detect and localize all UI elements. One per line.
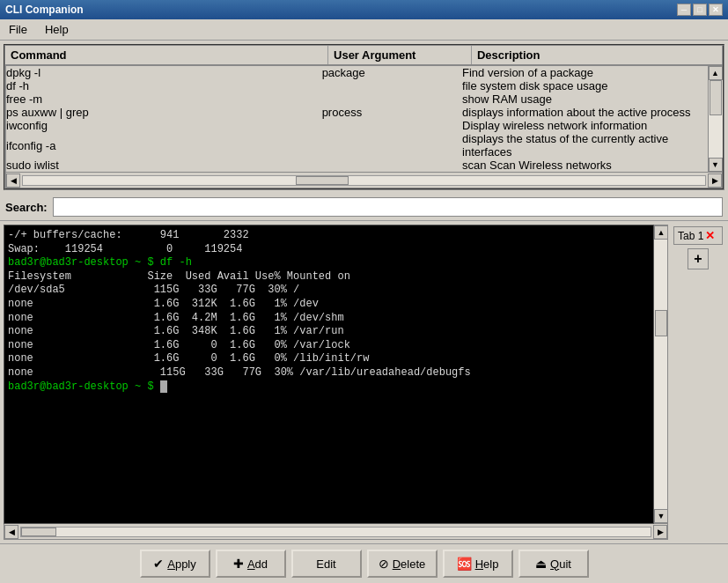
terminal-line: none 115G 33G 77G 30% /var/lib/ureadahea…	[8, 366, 650, 380]
term-vscroll: ▲ ▼	[654, 225, 668, 524]
terminal-line: none 1.6G 348K 1.6G 1% /var/run	[8, 325, 650, 339]
terminal-line: none 1.6G 4.2M 1.6G 1% /dev/shm	[8, 312, 650, 326]
window-title: CLI Companion	[5, 4, 84, 16]
term-vscroll-track[interactable]	[654, 240, 667, 509]
term-hscroll-left[interactable]: ◀	[4, 525, 18, 539]
table-cell-command: ps auxww | grep	[6, 106, 322, 119]
term-hscroll-right[interactable]: ▶	[653, 525, 667, 539]
table-cell-command: iwconfig	[6, 119, 322, 132]
col-header-argument: User Argument	[328, 46, 472, 65]
table-cell-description: show RAM usage	[462, 92, 708, 106]
col-header-command: Command	[5, 46, 328, 65]
delete-button[interactable]: ⊘ Delete	[367, 550, 438, 578]
menu-file[interactable]: File	[4, 21, 33, 38]
main-container: Command User Argument Description dpk	[0, 41, 728, 583]
terminal-line: /dev/sda5 115G 33G 77G 30% /	[8, 284, 650, 298]
terminal-line: none 1.6G 0 1.6G 0% /lib/init/rw	[8, 352, 650, 366]
hscroll-left[interactable]: ◀	[6, 173, 20, 188]
bottom-toolbar: ✔ Apply ✚ Add Edit ⊘ Delete 🆘 Help ⏏ Qui…	[0, 543, 728, 583]
table-cell-description: Find version of a package	[462, 66, 708, 79]
table-cell-command: df -h	[6, 79, 322, 92]
vscroll-up[interactable]: ▲	[709, 66, 723, 80]
quit-button[interactable]: ⏏ Quit	[518, 550, 589, 578]
hscroll-track[interactable]	[22, 175, 706, 186]
table-inner: dpkg -lpackageFind version of a packaged…	[6, 66, 708, 172]
table-section: Command User Argument Description dpk	[4, 44, 724, 190]
hscroll-thumb[interactable]	[296, 176, 349, 185]
hscroll-area: ◀ ▶	[5, 173, 723, 188]
tab1[interactable]: Tab 1 ✕	[673, 226, 723, 245]
menubar: File Help	[0, 19, 728, 41]
table-cell-description: Display wireless network information	[462, 119, 708, 132]
table-cell-argument	[322, 79, 462, 92]
maximize-button[interactable]: □	[693, 4, 707, 16]
add-label: Add	[247, 557, 268, 571]
close-button[interactable]: ✕	[709, 4, 723, 16]
delete-label: Delete	[393, 557, 426, 571]
search-label: Search:	[5, 201, 48, 214]
menu-help[interactable]: Help	[40, 21, 74, 38]
terminal-line: bad3r@bad3r-desktop ~ $ df -h	[8, 256, 650, 270]
table-body: dpkg -lpackageFind version of a packaged…	[6, 66, 708, 172]
table-cell-argument	[322, 92, 462, 106]
add-icon: ✚	[233, 557, 244, 571]
vscroll-thumb[interactable]	[710, 80, 722, 115]
terminal[interactable]: -/+ buffers/cache: 941 2332Swap: 119254 …	[4, 225, 654, 524]
term-vscroll-thumb[interactable]	[655, 310, 667, 336]
table-scroll-container: dpkg -lpackageFind version of a packaged…	[5, 66, 723, 173]
table-cell-command: ifconfig -a	[6, 132, 322, 159]
table-row[interactable]: free -mshow RAM usage	[6, 92, 708, 106]
table-cell-argument	[322, 119, 462, 132]
table-cell-description: displays the status of the currently act…	[462, 132, 708, 159]
terminal-cursor	[160, 380, 167, 393]
terminal-wrapper: -/+ buffers/cache: 941 2332Swap: 119254 …	[4, 225, 668, 540]
delete-icon: ⊘	[379, 557, 389, 571]
terminal-line: Swap: 119254 0 119254	[8, 243, 650, 257]
table-row[interactable]: iwconfigDisplay wireless network informa…	[6, 119, 708, 132]
table-cell-command: sudo iwlist	[6, 159, 322, 172]
help-label: Help	[475, 557, 499, 571]
edit-button[interactable]: Edit	[291, 550, 362, 578]
term-vscroll-up[interactable]: ▲	[654, 225, 668, 240]
table-header-row: Command User Argument Description	[5, 46, 723, 65]
term-hscroll-track[interactable]	[20, 527, 651, 537]
table-row[interactable]: ifconfig -adisplays the status of the cu…	[6, 132, 708, 159]
table-cell-command: dpkg -l	[6, 66, 322, 79]
quit-icon: ⏏	[535, 557, 547, 571]
apply-label: Apply	[167, 557, 196, 571]
table-cell-argument: package	[322, 66, 462, 79]
command-table-body: dpkg -lpackageFind version of a packaged…	[6, 66, 708, 172]
add-button[interactable]: ✚ Add	[216, 550, 286, 578]
terminal-container: -/+ buffers/cache: 941 2332Swap: 119254 …	[0, 221, 728, 543]
minimize-button[interactable]: ─	[677, 4, 691, 16]
window-controls: ─ □ ✕	[677, 4, 723, 16]
search-input[interactable]	[53, 197, 723, 217]
col-header-description: Description	[471, 46, 722, 65]
terminal-line: Filesystem Size Used Avail Use% Mounted …	[8, 270, 650, 284]
apply-button[interactable]: ✔ Apply	[140, 550, 210, 578]
table-row[interactable]: dpkg -lpackageFind version of a package	[6, 66, 708, 79]
table-cell-description: scan Scan Wireless networks	[462, 159, 708, 172]
vscroll-track[interactable]	[709, 80, 723, 158]
table-row[interactable]: ps auxww | grepprocessdisplays informati…	[6, 106, 708, 119]
terminal-line: none 1.6G 312K 1.6G 1% /dev	[8, 298, 650, 312]
edit-label: Edit	[316, 557, 335, 571]
hscroll-right[interactable]: ▶	[708, 173, 722, 188]
add-tab-button[interactable]: +	[688, 248, 709, 269]
terminal-line: -/+ buffers/cache: 941 2332	[8, 229, 650, 243]
table-vscroll: ▲ ▼	[708, 66, 722, 172]
term-vscroll-down[interactable]: ▼	[654, 509, 668, 523]
help-button[interactable]: 🆘 Help	[443, 550, 513, 578]
quit-label: Quit	[550, 557, 571, 571]
table-cell-command: free -m	[6, 92, 322, 106]
tab1-label: Tab 1	[678, 230, 703, 242]
tab1-close[interactable]: ✕	[705, 229, 715, 242]
table-cell-argument: process	[322, 106, 462, 119]
table-row[interactable]: sudo iwlistscan Scan Wireless networks	[6, 159, 708, 172]
vscroll-down[interactable]: ▼	[709, 158, 723, 172]
term-hscroll-thumb[interactable]	[21, 528, 56, 536]
table-cell-argument	[322, 159, 462, 172]
terminal-line: none 1.6G 0 1.6G 0% /var/lock	[8, 339, 650, 353]
titlebar: CLI Companion ─ □ ✕	[0, 0, 728, 19]
table-row[interactable]: df -hfile system disk space usage	[6, 79, 708, 92]
